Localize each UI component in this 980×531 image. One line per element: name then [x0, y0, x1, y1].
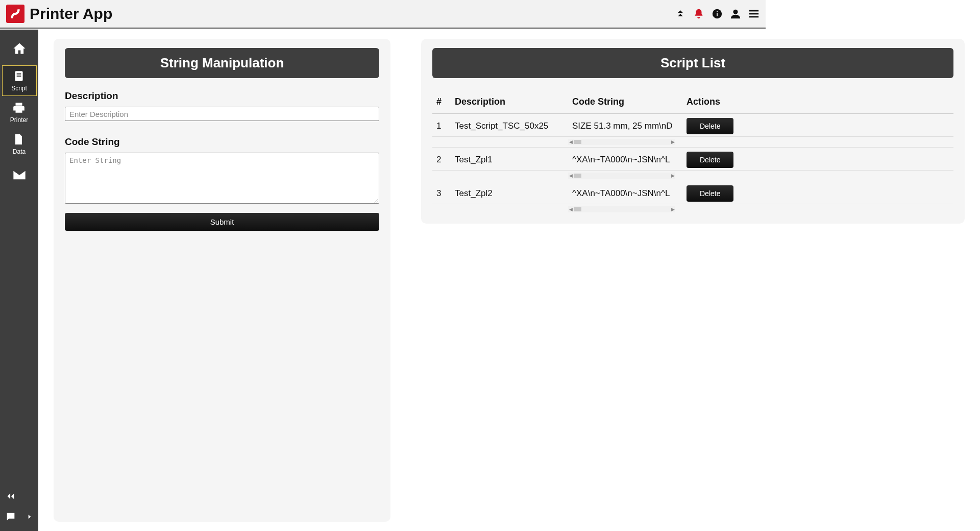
mail-icon [12, 168, 27, 182]
card-title: String Manipulation [65, 48, 379, 78]
sidebar-item-script[interactable]: Script [2, 65, 37, 96]
svg-rect-6 [749, 16, 758, 18]
code-string-input[interactable] [65, 153, 379, 204]
sidebar-item-label: Script [11, 85, 27, 92]
sidebar-item-label: Printer [10, 116, 28, 124]
svg-rect-9 [16, 76, 21, 77]
app-header: Printer App [0, 0, 766, 29]
svg-point-3 [733, 10, 738, 14]
list-header-row: # Description Code String Actions [432, 90, 766, 114]
sidebar-item-home[interactable] [2, 34, 37, 64]
code-scrollbar[interactable]: ◀ ▶ [568, 206, 675, 212]
header-actions: Actions [684, 96, 766, 107]
script-list-card: Script List # Description Code String Ac… [421, 39, 766, 224]
header-code: Code String [572, 96, 684, 107]
header-actions [675, 8, 760, 19]
home-icon [12, 41, 27, 56]
row-num: 1 [436, 121, 455, 131]
svg-rect-5 [749, 13, 758, 15]
row-num: 2 [436, 155, 455, 165]
sidebar-item-mail[interactable] [2, 160, 37, 191]
header-num: # [436, 96, 455, 107]
description-input[interactable] [65, 107, 379, 121]
row-code: ^XA\n~TA000\n~JSN\n^L [572, 188, 684, 199]
sidebar: Script Printer Data [0, 30, 38, 414]
bell-icon[interactable] [693, 8, 704, 19]
row-desc: Test_Zpl2 [455, 188, 572, 199]
app-logo [6, 5, 24, 23]
row-num: 3 [436, 188, 455, 199]
menu-icon[interactable] [748, 8, 760, 19]
code-scrollbar[interactable]: ◀ ▶ [568, 139, 675, 145]
svg-rect-2 [717, 11, 718, 12]
sidebar-item-label: Data [13, 148, 26, 155]
delete-button[interactable]: Delete [687, 152, 733, 168]
svg-rect-1 [717, 13, 718, 16]
row-code: SIZE 51.3 mm, 25 mm\nD [572, 121, 684, 131]
sidebar-item-data[interactable]: Data [2, 129, 37, 159]
row-code: ^XA\n~TA000\n~JSN\n^L [572, 155, 684, 165]
header-desc: Description [455, 96, 572, 107]
scroll-top-icon[interactable] [675, 8, 686, 19]
code-scrollbar[interactable]: ◀ ▶ [568, 173, 675, 179]
main-content: String Manipulation Description Code Str… [38, 30, 766, 414]
info-icon[interactable] [712, 8, 723, 19]
delete-button[interactable]: Delete [687, 185, 733, 202]
book-icon [12, 69, 27, 84]
table-row: 2 Test_Zpl1 ^XA\n~TA000\n~JSN\n^L Delete… [432, 148, 766, 181]
table-row: 1 Test_Script_TSC_50x25 SIZE 51.3 mm, 25… [432, 114, 766, 148]
string-manipulation-card: String Manipulation Description Code Str… [54, 39, 390, 414]
row-desc: Test_Script_TSC_50x25 [455, 121, 572, 131]
svg-rect-4 [749, 10, 758, 12]
sidebar-item-printer[interactable]: Printer [2, 97, 37, 128]
row-desc: Test_Zpl1 [455, 155, 572, 165]
svg-rect-8 [16, 74, 21, 75]
app-title: Printer App [30, 5, 112, 22]
table-row: 3 Test_Zpl2 ^XA\n~TA000\n~JSN\n^L Delete… [432, 181, 766, 214]
user-icon[interactable] [730, 8, 741, 19]
print-icon [12, 101, 27, 115]
description-label: Description [65, 90, 379, 102]
zip-icon [12, 133, 27, 147]
code-string-label: Code String [65, 136, 379, 148]
delete-button[interactable]: Delete [687, 118, 733, 134]
card-title: Script List [432, 48, 766, 78]
submit-button[interactable]: Submit [65, 213, 379, 231]
